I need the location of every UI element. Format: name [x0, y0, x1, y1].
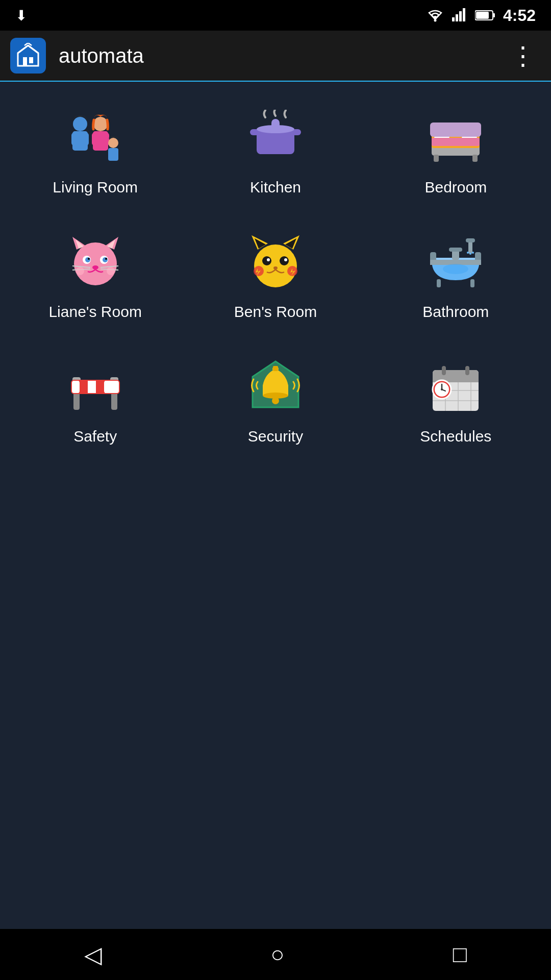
svg-point-59 [284, 258, 287, 261]
svg-rect-69 [437, 279, 441, 287]
safety-label: Safety [73, 428, 117, 445]
app-logo [10, 38, 46, 74]
svg-point-41 [103, 257, 108, 262]
lianes-room-label: Liane's Room [48, 303, 142, 321]
safety-svg-icon [67, 359, 123, 415]
kitchen-svg-icon [247, 110, 304, 166]
svg-point-37 [74, 242, 117, 285]
svg-point-58 [267, 258, 270, 261]
status-bar-left: ⬇ [15, 7, 27, 24]
battery-icon [475, 10, 495, 21]
svg-rect-3 [459, 11, 462, 21]
grid-item-living-room[interactable]: Living Room [5, 92, 185, 216]
svg-point-108 [441, 388, 443, 390]
security-svg-icon [247, 359, 304, 415]
bens-room-label: Ben's Room [234, 303, 317, 321]
lianes-room-icon [65, 232, 126, 293]
svg-point-40 [85, 257, 90, 262]
living-room-icon [65, 107, 126, 168]
svg-point-42 [88, 258, 90, 260]
svg-point-93 [272, 397, 279, 404]
svg-rect-87 [80, 380, 88, 394]
svg-rect-85 [88, 380, 96, 394]
svg-rect-29 [432, 138, 480, 146]
lianes-room-svg-icon [67, 234, 123, 290]
nav-bar: ◁ ○ □ [0, 929, 551, 980]
svg-point-43 [105, 258, 107, 260]
bathroom-label: Bathroom [422, 303, 489, 321]
grid-item-lianes-room[interactable]: Liane's Room [5, 216, 185, 341]
svg-rect-4 [463, 8, 465, 21]
svg-point-55 [254, 244, 297, 287]
kitchen-label: Kitchen [250, 179, 301, 196]
schedules-label: Schedules [420, 428, 491, 445]
more-menu-button[interactable]: ⋮ [505, 36, 541, 76]
svg-rect-1 [452, 17, 455, 21]
signal-icon [452, 8, 467, 22]
svg-point-10 [73, 117, 87, 131]
svg-point-18 [108, 138, 118, 148]
status-bar: ⬇ 4:52 [0, 0, 551, 31]
kitchen-icon [245, 107, 306, 168]
svg-point-57 [280, 256, 289, 265]
svg-rect-19 [108, 148, 118, 161]
bathroom-icon [425, 232, 486, 293]
status-bar-right: 4:52 [426, 6, 536, 25]
safety-icon [65, 356, 126, 418]
grid-item-safety[interactable]: Safety [5, 341, 185, 465]
grid-item-security[interactable]: Security [185, 341, 365, 465]
svg-rect-6 [493, 13, 495, 17]
svg-rect-12 [71, 133, 77, 145]
app-header: automata ⋮ [0, 31, 551, 82]
svg-rect-72 [449, 248, 462, 252]
svg-rect-88 [96, 380, 104, 394]
bens-room-svg-icon [247, 234, 304, 290]
svg-point-60 [273, 266, 278, 270]
bedroom-svg-icon [428, 110, 484, 166]
living-room-label: Living Room [53, 179, 138, 196]
download-icon: ⬇ [15, 7, 27, 24]
svg-point-14 [93, 117, 108, 131]
svg-point-44 [92, 265, 98, 270]
bathroom-svg-icon [428, 234, 484, 290]
svg-rect-24 [271, 119, 280, 130]
main-content: Living Room [0, 82, 551, 929]
wifi-icon [426, 8, 444, 22]
bedroom-label: Bedroom [424, 179, 487, 196]
svg-point-73 [443, 264, 468, 274]
svg-point-77 [469, 253, 471, 255]
recent-button[interactable]: □ [438, 934, 482, 975]
svg-point-49 [76, 267, 84, 275]
svg-point-50 [107, 267, 115, 275]
bens-room-icon [245, 232, 306, 293]
bedroom-icon [425, 107, 486, 168]
home-button[interactable]: ○ [255, 934, 299, 975]
svg-rect-7 [476, 12, 489, 19]
grid-item-bedroom[interactable]: Bedroom [366, 92, 546, 216]
app-title: automata [59, 44, 505, 67]
status-time: 4:52 [503, 6, 536, 25]
svg-rect-9 [29, 57, 33, 63]
grid-item-schedules[interactable]: Schedules [366, 341, 546, 465]
svg-rect-30 [430, 122, 481, 137]
grid-item-bathroom[interactable]: Bathroom [366, 216, 546, 341]
schedules-icon [425, 356, 486, 418]
schedules-svg-icon [428, 359, 484, 415]
svg-point-78 [472, 252, 474, 254]
svg-rect-86 [104, 380, 119, 394]
grid-item-bens-room[interactable]: Ben's Room [185, 216, 365, 341]
svg-point-0 [434, 19, 436, 22]
security-label: Security [248, 428, 303, 445]
svg-rect-75 [466, 238, 475, 242]
svg-rect-16 [92, 133, 97, 145]
app-logo-icon [15, 43, 41, 68]
grid-item-kitchen[interactable]: Kitchen [185, 92, 365, 216]
svg-rect-32 [472, 155, 478, 162]
svg-rect-98 [465, 366, 469, 375]
svg-rect-2 [456, 14, 458, 21]
svg-rect-84 [71, 380, 80, 394]
svg-rect-13 [84, 133, 89, 145]
living-room-svg-icon [67, 110, 123, 166]
back-button[interactable]: ◁ [69, 934, 117, 976]
svg-rect-97 [442, 366, 446, 375]
